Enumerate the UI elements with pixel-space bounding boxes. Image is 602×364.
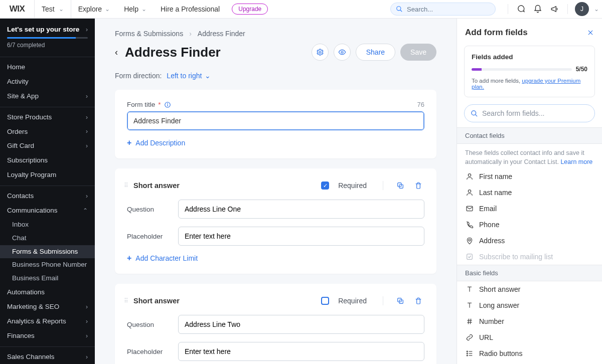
- placeholder-input[interactable]: [178, 227, 424, 246]
- gear-icon: [316, 48, 324, 56]
- search-placeholder: Search...: [407, 6, 433, 13]
- drag-handle-icon[interactable]: ⠿: [124, 182, 127, 189]
- field-item-first-name[interactable]: First name: [457, 168, 602, 185]
- field-item-last-name[interactable]: Last name: [457, 185, 602, 201]
- top-link-hire[interactable]: Hire a Professional: [154, 0, 227, 18]
- plus-icon: +: [127, 138, 131, 147]
- setup-count: 6/7 completed: [7, 42, 88, 49]
- title-char-count: 76: [417, 101, 424, 108]
- field-item-long-answer[interactable]: Long answer: [457, 297, 602, 313]
- bell-icon[interactable]: [529, 1, 546, 18]
- chat-icon[interactable]: [512, 1, 529, 18]
- field-item-radio[interactable]: Radio buttons: [457, 345, 602, 361]
- question-input[interactable]: [178, 200, 424, 219]
- sidebar-item-gift-card[interactable]: Gift Card: [0, 139, 95, 153]
- field-item-url[interactable]: URL: [457, 329, 602, 345]
- duplicate-button[interactable]: [394, 295, 406, 307]
- label: Orders: [7, 128, 28, 136]
- megaphone-icon[interactable]: [546, 1, 563, 18]
- label: Contacts: [7, 192, 34, 201]
- sidebar-sub-chat[interactable]: Chat: [0, 232, 95, 245]
- label: Activity: [7, 78, 29, 86]
- sidebar-item-contacts[interactable]: Contacts: [0, 189, 95, 204]
- field-item-checkbox[interactable]: Checkbox: [457, 361, 602, 364]
- text-icon: [465, 285, 474, 293]
- info-icon[interactable]: [164, 101, 171, 108]
- placeholder-label: Placeholder: [127, 348, 172, 355]
- direction-dropdown[interactable]: Left to right ⌄: [167, 72, 211, 80]
- site-selector[interactable]: Test ⌄: [34, 0, 71, 18]
- copy-icon: [396, 297, 404, 305]
- sidebar-item-marketing[interactable]: Marketing & SEO: [0, 300, 95, 314]
- required-checkbox[interactable]: [321, 297, 329, 305]
- upgrade-note: To add more fields, upgrade your Premium…: [472, 78, 587, 90]
- svg-point-15: [468, 174, 471, 176]
- breadcrumb-root[interactable]: Forms & Submissions: [115, 30, 183, 38]
- wix-logo[interactable]: WIX: [0, 0, 34, 18]
- drag-handle-icon[interactable]: ⠿: [124, 297, 127, 304]
- field-item-email[interactable]: Email: [457, 201, 602, 217]
- field-search[interactable]: Search form fields...: [464, 104, 595, 122]
- back-button[interactable]: ‹: [115, 47, 118, 58]
- field-item-short-answer[interactable]: Short answer: [457, 281, 602, 297]
- required-checkbox[interactable]: ✓: [321, 181, 329, 190]
- duplicate-button[interactable]: [394, 179, 406, 192]
- top-link-help[interactable]: Help ⌄: [117, 0, 154, 18]
- form-title-input[interactable]: [127, 111, 424, 130]
- sidebar-sub-biz-email[interactable]: Business Email: [0, 272, 95, 285]
- field-item-address[interactable]: Address: [457, 233, 602, 249]
- placeholder-input[interactable]: [178, 342, 424, 361]
- close-button[interactable]: [587, 29, 594, 36]
- delete-button[interactable]: [412, 295, 424, 307]
- page-header: ‹ Address Finder Share Save: [115, 44, 436, 61]
- sidebar-item-store-products[interactable]: Store Products: [0, 110, 95, 125]
- sidebar-item-finances[interactable]: Finances: [0, 329, 95, 343]
- sidebar-sub-inbox[interactable]: Inbox: [0, 218, 95, 232]
- sidebar-item-automations[interactable]: Automations: [0, 285, 95, 300]
- sidebar-item-communications[interactable]: Communications: [0, 204, 95, 218]
- field-item-phone[interactable]: Phone: [457, 217, 602, 233]
- sidebar-item-orders[interactable]: Orders: [0, 125, 95, 139]
- contact-fields-desc: These fields collect contact info and sa…: [457, 144, 602, 168]
- settings-button[interactable]: [312, 44, 329, 61]
- required-label: Required: [338, 181, 367, 190]
- avatar-menu[interactable]: ⌄: [591, 1, 602, 18]
- preview-button[interactable]: [334, 44, 351, 61]
- sidebar-sub-forms[interactable]: Forms & Submissions: [0, 245, 95, 259]
- add-fields-panel: Add form fields Fields added 5/50 To add…: [457, 19, 602, 364]
- question-input[interactable]: [178, 315, 424, 334]
- sidebar-item-analytics[interactable]: Analytics & Reports: [0, 314, 95, 329]
- delete-button[interactable]: [412, 179, 424, 192]
- global-search[interactable]: Search...: [390, 3, 496, 16]
- svg-point-24: [467, 351, 468, 352]
- sidebar-item-loyalty[interactable]: Loyalty Program: [0, 168, 95, 183]
- sidebar-item-home[interactable]: Home: [0, 60, 95, 75]
- svg-point-26: [467, 353, 468, 354]
- setup-block[interactable]: Let's set up your store 6/7 completed: [0, 19, 95, 54]
- main: Forms & Submissions › Address Finder ‹ A…: [95, 19, 457, 364]
- learn-more-link[interactable]: Learn more: [560, 158, 592, 165]
- site-name: Test: [42, 5, 55, 13]
- sidebar-sub-phone[interactable]: Business Phone Number: [0, 258, 95, 272]
- field-item-number[interactable]: Number: [457, 313, 602, 329]
- svg-point-6: [167, 103, 168, 103]
- contact-fields-header: Contact fields: [457, 127, 602, 144]
- sidebar-item-activity[interactable]: Activity: [0, 75, 95, 89]
- label: Last name: [479, 189, 512, 197]
- sidebar-item-subscriptions[interactable]: Subscriptions: [0, 153, 95, 168]
- top-link-explore[interactable]: Explore ⌄: [71, 0, 117, 18]
- add-description-button[interactable]: + Add Description: [127, 138, 185, 147]
- sidebar-item-site-app[interactable]: Site & App: [0, 89, 95, 104]
- trash-icon: [414, 181, 422, 190]
- add-limit-button[interactable]: + Add Character Limit: [127, 254, 198, 263]
- upgrade-button[interactable]: Upgrade: [232, 4, 268, 15]
- label: Loyalty Program: [7, 171, 56, 179]
- label: Email: [479, 205, 497, 213]
- chevron-down-icon: ⌄: [59, 6, 64, 13]
- sidebar-item-sales-channels[interactable]: Sales Channels: [0, 350, 95, 364]
- label: Number: [479, 317, 504, 325]
- chevron-up-icon: [83, 207, 88, 215]
- share-button[interactable]: Share: [356, 44, 395, 61]
- svg-rect-19: [467, 254, 473, 260]
- avatar[interactable]: J: [575, 2, 589, 16]
